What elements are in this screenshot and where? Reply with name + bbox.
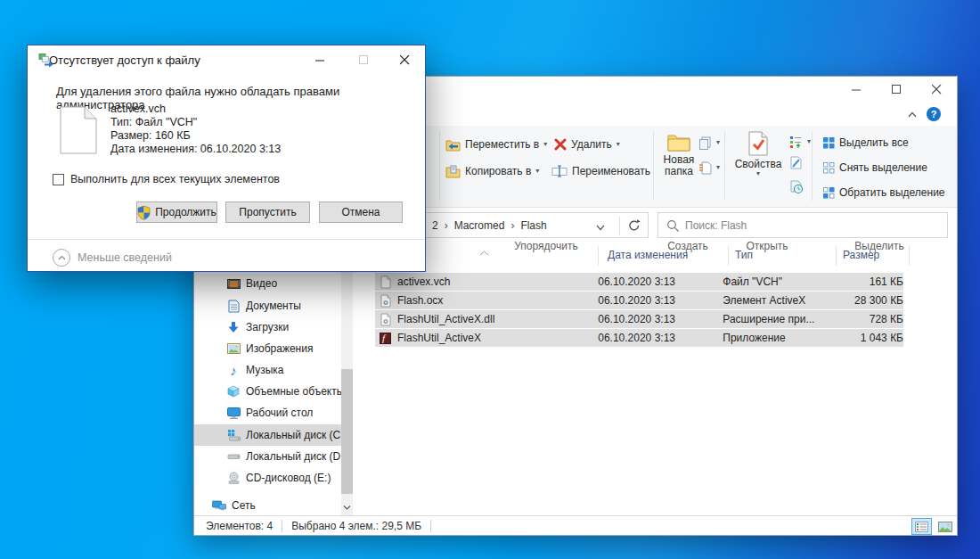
ribbon-separator: [439, 131, 440, 201]
new-folder-label-line2: папка: [665, 166, 693, 177]
column-header-type[interactable]: Тип: [735, 249, 753, 261]
history-button[interactable]: [789, 180, 804, 197]
chevron-down-icon: [596, 225, 605, 231]
move-to-label: Переместить в: [465, 138, 539, 151]
new-item-icon: [698, 136, 712, 150]
sidebar-item-network[interactable]: Сеть: [194, 495, 341, 516]
file-row[interactable]: f FlashUtil_ActiveX 06.10.2020 3:13 Прил…: [375, 329, 903, 347]
file-name: FlashUtil_ActiveX.dll: [397, 313, 598, 325]
scrollbar-down-button[interactable]: [341, 500, 353, 515]
rename-label: Переименовать: [572, 165, 650, 177]
cancel-button[interactable]: Отмена: [319, 201, 403, 223]
dialog-maximize-button: [348, 48, 379, 71]
sidebar-item-pictures[interactable]: Изображения: [194, 338, 341, 359]
address-dropdown-button[interactable]: [596, 221, 605, 234]
cancel-button-label: Отмена: [341, 206, 380, 218]
breadcrumb-item[interactable]: Macromed: [454, 219, 505, 232]
sort-indicator-icon[interactable]: [479, 246, 489, 259]
file-row[interactable]: Flash.ocx 06.10.2020 3:13 Элемент Active…: [375, 292, 903, 309]
sidebar-item-label: Музыка: [246, 364, 283, 376]
file-row[interactable]: FlashUtil_ActiveX.dll 06.10.2020 3:13 Ра…: [375, 310, 903, 328]
continue-button[interactable]: Продолжить: [136, 201, 217, 223]
apply-to-all-checkbox[interactable]: [53, 174, 64, 185]
delete-button[interactable]: Удалить ▾: [554, 135, 620, 154]
file-row[interactable]: activex.vch 06.10.2020 3:13 Файл "VCH" 1…: [375, 273, 903, 291]
new-folder-button[interactable]: Новая папка: [654, 132, 704, 177]
collapse-ribbon-button[interactable]: [901, 105, 924, 123]
sidebar-item-label: Сеть: [232, 499, 256, 512]
move-to-button[interactable]: Переместить в ▾: [445, 135, 547, 154]
help-button[interactable]: ?: [927, 107, 941, 121]
less-details-toggle[interactable]: Меньше сведений: [53, 249, 172, 267]
dropdown-icon: ▾: [617, 141, 620, 148]
dialog-close-button[interactable]: [389, 48, 420, 71]
clear-selection-icon: [823, 162, 835, 174]
file-modified: 06.10.2020 3:13: [598, 275, 723, 288]
invert-selection-button[interactable]: Обратить выделение: [823, 183, 945, 202]
clear-selection-label: Снять выделение: [839, 161, 927, 174]
refresh-button[interactable]: [627, 218, 641, 235]
rename-icon: [551, 165, 568, 177]
properties-label: Свойства: [735, 158, 782, 170]
column-divider[interactable]: [598, 246, 599, 266]
column-header-size[interactable]: Размер: [843, 249, 879, 261]
search-box[interactable]: [657, 212, 948, 238]
thumbnail-view-button[interactable]: [935, 518, 955, 535]
sidebar-item-cd-drive[interactable]: CD-дисковод (E:): [194, 467, 341, 489]
breadcrumb-item[interactable]: 2: [432, 219, 438, 232]
dll-icon: [379, 312, 392, 326]
column-divider[interactable]: [836, 246, 837, 266]
rename-button[interactable]: Переименовать: [551, 161, 650, 181]
select-all-icon: [823, 137, 835, 149]
address-bar[interactable]: 2 › Macromed › Flash: [399, 212, 649, 238]
file-name: Flash.ocx: [397, 294, 598, 307]
properties-list-icon: [789, 136, 803, 149]
details-view-button[interactable]: [911, 518, 932, 535]
sidebar-item-documents[interactable]: Документы: [194, 295, 341, 316]
minimize-button[interactable]: [837, 77, 877, 102]
select-all-button[interactable]: Выделить все: [823, 133, 909, 152]
close-icon: [932, 85, 942, 95]
sidebar-scrollbar[interactable]: [341, 242, 353, 515]
open-options-button[interactable]: ▾: [789, 132, 811, 152]
new-item-button[interactable]: ▾: [698, 133, 720, 152]
sidebar-item-label: Загрузки: [246, 321, 289, 333]
edit-button[interactable]: [789, 156, 803, 172]
properties-button[interactable]: Свойства ▾: [732, 131, 784, 177]
skip-button[interactable]: Пропустить: [225, 201, 310, 223]
sidebar-item-local-disk-c[interactable]: Локальный диск (C:): [194, 424, 341, 446]
delete-label: Удалить: [571, 138, 612, 151]
file-type: Расширение при...: [723, 313, 821, 325]
column-header-modified[interactable]: Дата изменения: [608, 249, 688, 261]
dialog-minimize-button[interactable]: [305, 48, 335, 71]
column-divider[interactable]: [728, 246, 729, 266]
column-divider[interactable]: [909, 246, 910, 266]
sidebar-item-local-disk-d[interactable]: Локальный диск (D:): [194, 446, 341, 467]
sidebar-item-3d-objects[interactable]: Объемные объекты: [194, 381, 341, 402]
dropdown-icon: ▾: [807, 138, 811, 145]
dropdown-icon: ▾: [716, 164, 720, 171]
copy-to-button[interactable]: Копировать в ▾: [445, 161, 539, 181]
clear-selection-button[interactable]: Снять выделение: [823, 158, 927, 177]
sidebar-item-downloads[interactable]: Загрузки: [194, 316, 341, 338]
search-input[interactable]: [658, 213, 947, 237]
status-bar: Элементов: 4 Выбрано 4 элем.: 29,5 МБ: [194, 515, 957, 536]
sidebar-item-music[interactable]: ♪ Музыка: [194, 359, 341, 381]
desktop-icon: [226, 406, 241, 420]
maximize-icon: [892, 85, 902, 95]
local-disk-d-icon: [226, 449, 241, 464]
properties-icon: [748, 131, 768, 156]
file-modified: 06.10.2020 3:13: [598, 294, 723, 307]
file-type: Файл "VCH": [723, 275, 821, 288]
sidebar-item-desktop[interactable]: Рабочий стол: [194, 402, 341, 423]
sidebar-item-video[interactable]: Видео: [194, 273, 341, 294]
file-type: Приложение: [723, 332, 821, 344]
maximize-button[interactable]: [877, 77, 917, 102]
close-button[interactable]: [917, 77, 957, 102]
sidebar-item-label: CD-дисковод (E:): [246, 472, 331, 484]
breadcrumb-item[interactable]: Flash: [520, 219, 546, 232]
scrollbar-thumb[interactable]: [341, 369, 353, 494]
sidebar-item-label: Объемные объекты: [246, 385, 341, 398]
file-modified: 06.10.2020 3:13: [598, 332, 723, 344]
easy-access-button[interactable]: ▾: [698, 158, 720, 177]
